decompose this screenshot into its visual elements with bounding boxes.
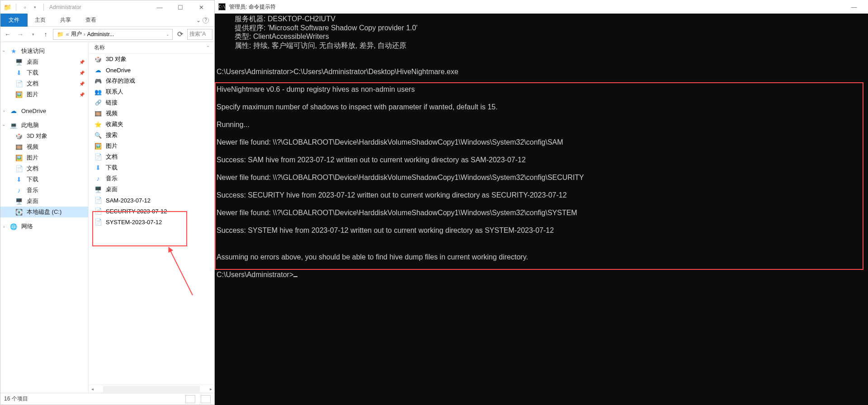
label: 文档 [27, 80, 38, 88]
list-item[interactable]: 搜索 [89, 130, 214, 141]
ribbon-expand[interactable]: ⌄? [191, 17, 214, 24]
back-button[interactable]: ← [2, 31, 13, 38]
tab-file[interactable]: 文件 [0, 14, 28, 27]
cmd-title-bar[interactable]: C:\ 管理员: 命令提示符 — [215, 0, 868, 14]
scroll-right[interactable]: ▸ [207, 386, 214, 391]
forward-button[interactable]: → [15, 31, 26, 38]
sidebar-pictures[interactable]: 图片 [0, 152, 88, 163]
address-bar[interactable]: « 用户 › Administr... ⌄ [53, 29, 173, 40]
item-icon [94, 207, 102, 215]
close-button[interactable]: ✕ [191, 0, 212, 14]
nav-pane: 快速访问 桌面📌 下载📌 文档📌 图片📌 OneDrive 此电脑 3D 对象 … [0, 42, 89, 393]
list-item[interactable]: 链接 [89, 97, 214, 108]
scroll-left[interactable]: ◂ [89, 386, 96, 391]
label: 快速访问 [21, 47, 45, 55]
item-icon [94, 142, 102, 150]
star-icon [9, 47, 18, 55]
sidebar-3d-objects[interactable]: 3D 对象 [0, 131, 88, 141]
sidebar-documents[interactable]: 文档 [0, 163, 88, 174]
sidebar-pictures[interactable]: 图片📌 [0, 89, 88, 100]
list-item[interactable]: 3D 对象 [89, 54, 214, 65]
item-label: 桌面 [106, 185, 118, 193]
sidebar-documents[interactable]: 文档📌 [0, 78, 88, 89]
list-item[interactable]: 桌面 [89, 184, 214, 195]
file-list[interactable]: 3D 对象OneDrive保存的游戏联系人链接视频收藏夹搜索图片文档下载音乐桌面… [89, 54, 214, 385]
list-item[interactable]: SAM-2023-07-12 [89, 195, 214, 206]
minimize-button[interactable]: — [844, 0, 864, 14]
minimize-button[interactable]: — [149, 0, 170, 14]
view-large-button[interactable] [201, 395, 211, 403]
label: 图片 [27, 154, 38, 162]
item-label: SECURITY-2023-07-12 [106, 208, 167, 215]
item-icon [94, 153, 102, 161]
breadcrumb-part[interactable]: Administr... [87, 31, 114, 38]
sidebar-quick-access[interactable]: 快速访问 [0, 46, 88, 57]
list-item[interactable]: 收藏夹 [89, 119, 214, 130]
sidebar-this-pc[interactable]: 此电脑 [0, 120, 88, 131]
chevron-icon: « [66, 31, 69, 38]
music-icon [15, 186, 23, 194]
sidebar-desktop[interactable]: 桌面📌 [0, 57, 88, 67]
cmd-output[interactable]: 服务机器: DESKTOP-CH2IUTV 提供程序: 'Microsoft S… [215, 14, 868, 405]
item-label: 收藏夹 [106, 120, 123, 128]
tab-share[interactable]: 共享 [53, 14, 78, 27]
item-label: 视频 [106, 109, 118, 118]
sidebar-downloads[interactable]: 下载📌 [0, 67, 88, 78]
list-item[interactable]: SYSTEM-2023-07-12 [89, 217, 214, 227]
picture-icon [15, 154, 23, 162]
sidebar-downloads[interactable]: 下载 [0, 174, 88, 185]
sidebar-desktop[interactable]: 桌面 [0, 196, 88, 207]
explorer-window: ▫ ▾ Administrator — ☐ ✕ 文件 主页 共享 查看 ⌄? ←… [0, 0, 215, 405]
recent-dropdown[interactable]: ▾ [28, 32, 38, 37]
horizontal-scrollbar[interactable]: ◂ ▸ [89, 385, 214, 393]
list-item[interactable]: OneDrive [89, 65, 214, 75]
tab-view[interactable]: 查看 [78, 14, 104, 27]
column-headers[interactable]: 名称 ⌃ [89, 42, 214, 54]
list-item[interactable]: 下载 [89, 162, 214, 173]
refresh-button[interactable]: ⟳ [175, 30, 185, 38]
up-button[interactable]: ↑ [40, 31, 51, 38]
pin-icon: 📌 [79, 81, 85, 86]
item-icon [94, 77, 102, 85]
scroll-track[interactable] [103, 386, 200, 392]
download-icon [15, 69, 23, 77]
separator [16, 4, 16, 11]
sidebar-videos[interactable]: 视频 [0, 141, 88, 152]
sidebar-network[interactable]: 网络 [0, 221, 88, 232]
list-item[interactable]: 联系人 [89, 86, 214, 97]
download-icon [15, 175, 23, 184]
title-bar[interactable]: ▫ ▾ Administrator — ☐ ✕ [0, 0, 214, 14]
tab-home[interactable]: 主页 [28, 14, 53, 27]
folder-icon [3, 3, 11, 11]
item-label: 搜索 [106, 131, 118, 139]
pin-icon: 📌 [79, 60, 85, 65]
view-details-button[interactable] [185, 395, 195, 403]
cmd-window: C:\ 管理员: 命令提示符 — 服务机器: DESKTOP-CH2IUTV 提… [215, 0, 868, 405]
desktop-icon [15, 58, 23, 66]
list-item[interactable]: 保存的游戏 [89, 75, 214, 86]
sidebar-onedrive[interactable]: OneDrive [0, 105, 88, 116]
dropdown-icon[interactable]: ▾ [31, 3, 39, 11]
breadcrumb-part[interactable]: 用户 [71, 30, 82, 38]
item-icon [94, 131, 102, 139]
list-item[interactable]: 视频 [89, 108, 214, 119]
list-item[interactable]: SECURITY-2023-07-12 [89, 206, 214, 217]
search-input[interactable]: 搜索"A [187, 29, 212, 40]
column-name[interactable]: 名称 [94, 44, 206, 52]
list-item[interactable]: 音乐 [89, 173, 214, 184]
objects3d-icon [15, 132, 23, 140]
list-item[interactable]: 文档 [89, 151, 214, 162]
label: 网络 [21, 222, 33, 231]
desktop-icon [15, 197, 23, 205]
network-icon [9, 222, 18, 231]
list-item[interactable]: 图片 [89, 141, 214, 151]
sidebar-local-disk[interactable]: 本地磁盘 (C:) [0, 207, 88, 217]
pin-icon: 📌 [79, 71, 85, 75]
customize-icon[interactable]: ▫ [21, 3, 29, 11]
item-label: 图片 [106, 142, 118, 150]
item-icon [94, 66, 102, 74]
address-dropdown[interactable]: ⌄ [166, 32, 170, 37]
file-list-pane: 名称 ⌃ 3D 对象OneDrive保存的游戏联系人链接视频收藏夹搜索图片文档下… [89, 42, 214, 393]
sidebar-music[interactable]: 音乐 [0, 185, 88, 196]
maximize-button[interactable]: ☐ [170, 0, 191, 14]
